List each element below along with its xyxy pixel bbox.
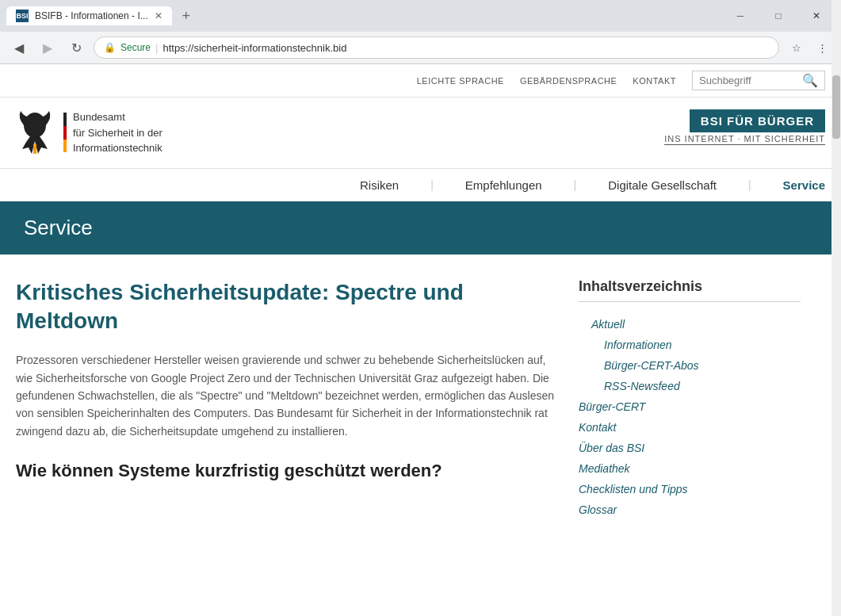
- main-content: Kritisches Sicherheitsupdate: Spectre un…: [0, 254, 841, 544]
- article-body: Prozessoren verschiedener Hersteller wei…: [16, 351, 555, 440]
- nav-bar: Risiken | Empfehlungen | Digitale Gesell…: [0, 168, 841, 201]
- top-bar: LEICHTE SPRACHE GEBÄRDENSPRACHE KONTAKT …: [0, 64, 841, 98]
- page-banner-title: Service: [24, 216, 817, 240]
- url-text: https://sicherheit-informationstechnik.b…: [162, 42, 769, 54]
- scrollbar-thumb[interactable]: [832, 75, 840, 139]
- nav-digitale-gesellschaft[interactable]: Digitale Gesellschaft: [608, 178, 717, 192]
- website: LEICHTE SPRACHE GEBÄRDENSPRACHE KONTAKT …: [0, 64, 841, 544]
- flag-gold: [63, 140, 67, 153]
- logo-line3: Informationstechnik: [73, 140, 162, 156]
- gebaerdensprache-link[interactable]: GEBÄRDENSPRACHE: [520, 76, 617, 86]
- bookmark-btn[interactable]: ☆: [786, 36, 808, 59]
- nav-empfehlungen[interactable]: Empfehlungen: [465, 178, 542, 192]
- active-tab[interactable]: BSI BSIFB - Informationen - I... ✕: [6, 6, 172, 25]
- logo-area: Bundesamt für Sicherheit in der Informat…: [16, 109, 162, 156]
- title-bar: BSI BSIFB - Informationen - I... ✕ + ─ □…: [0, 0, 841, 32]
- nav-sep-1: |: [430, 178, 434, 191]
- logo-text: Bundesamt für Sicherheit in der Informat…: [73, 109, 162, 156]
- logo-line1: Bundesamt: [73, 109, 162, 125]
- close-btn[interactable]: ✕: [798, 5, 835, 27]
- toc-item-buerger-cert[interactable]: Bürger-CERT: [579, 396, 801, 417]
- maximize-btn[interactable]: □: [760, 5, 797, 27]
- bsi-sub-line: [664, 144, 825, 145]
- nav-service[interactable]: Service: [783, 178, 825, 192]
- browser-actions: ☆ ⋮: [786, 36, 833, 59]
- bsi-buerger-btn[interactable]: BSI FÜR BÜRGER: [690, 109, 825, 132]
- flag-bar: [63, 113, 67, 152]
- tab-title: BSIFB - Informationen - I...: [35, 10, 148, 21]
- forward-btn[interactable]: ▶: [36, 36, 59, 59]
- bsi-sub: INS INTERNET · MIT SICHERHEIT: [664, 134, 825, 143]
- content-area: Kritisches Sicherheitsupdate: Spectre un…: [16, 278, 555, 520]
- toc-item-checklisten[interactable]: Checklisten und Tipps: [579, 479, 801, 499]
- logo-line2: für Sicherheit in der: [73, 125, 162, 141]
- toc-item-rss[interactable]: RSS-Newsfeed: [579, 376, 801, 396]
- lock-icon: 🔒: [104, 42, 116, 53]
- browser-chrome: BSI BSIFB - Informationen - I... ✕ + ─ □…: [0, 0, 841, 64]
- toc-title: Inhaltsverzeichnis: [579, 278, 801, 302]
- toc-item-glossar[interactable]: Glossar: [579, 499, 801, 520]
- search-box: 🔍: [692, 71, 825, 90]
- header: Bundesamt für Sicherheit in der Informat…: [0, 98, 841, 168]
- menu-btn[interactable]: ⋮: [811, 36, 833, 59]
- window-controls: ─ □ ✕: [722, 5, 835, 27]
- flag-black: [63, 113, 67, 126]
- bsi-buerger-box: BSI FÜR BÜRGER INS INTERNET · MIT SICHER…: [664, 109, 825, 145]
- eagle-icon: [16, 109, 54, 155]
- toc-item-aktuell[interactable]: Aktuell: [579, 314, 801, 335]
- back-btn[interactable]: ◀: [8, 36, 30, 59]
- search-input[interactable]: [699, 75, 802, 86]
- nav-risiken[interactable]: Risiken: [360, 178, 399, 192]
- address-bar[interactable]: 🔒 Secure | https://sicherheit-informatio…: [94, 36, 779, 59]
- toc-item-buerger-cert-abos[interactable]: Bürger-CERT-Abos: [579, 355, 801, 376]
- kontakt-link[interactable]: KONTAKT: [633, 76, 676, 86]
- nav-sep-2: |: [574, 178, 577, 191]
- reload-btn[interactable]: ↻: [65, 36, 87, 59]
- tab-favicon: BSI: [16, 10, 29, 22]
- nav-sep-3: |: [748, 178, 751, 191]
- toc-item-informationen[interactable]: Informationen: [579, 335, 801, 355]
- article-subtitle: Wie können Systeme kurzfristig geschützt…: [16, 460, 555, 483]
- leichte-sprache-link[interactable]: LEICHTE SPRACHE: [417, 76, 504, 86]
- toc-item-ueber-bsi[interactable]: Über das BSI: [579, 438, 801, 458]
- svg-rect-1: [33, 144, 36, 154]
- url-separator: |: [155, 42, 158, 54]
- secure-label: Secure: [120, 42, 151, 53]
- toc-item-kontakt[interactable]: Kontakt: [579, 417, 801, 438]
- logo-with-flag: Bundesamt für Sicherheit in der Informat…: [63, 109, 162, 156]
- minimize-btn[interactable]: ─: [722, 5, 759, 27]
- browser-controls: ◀ ▶ ↻ 🔒 Secure | https://sicherheit-info…: [0, 32, 841, 63]
- tab-close-btn[interactable]: ✕: [155, 10, 162, 21]
- search-btn[interactable]: 🔍: [802, 73, 818, 88]
- toc-item-mediathek[interactable]: Mediathek: [579, 458, 801, 479]
- toc-list: Aktuell Informationen Bürger-CERT-Abos R…: [579, 314, 801, 520]
- article-title: Kritisches Sicherheitsupdate: Spectre un…: [16, 278, 555, 336]
- sidebar: Inhaltsverzeichnis Aktuell Informationen…: [579, 278, 801, 520]
- scrollbar-track[interactable]: [831, 0, 841, 544]
- new-tab-btn[interactable]: +: [175, 5, 197, 27]
- flag-red: [63, 126, 67, 140]
- page-banner: Service: [0, 201, 841, 254]
